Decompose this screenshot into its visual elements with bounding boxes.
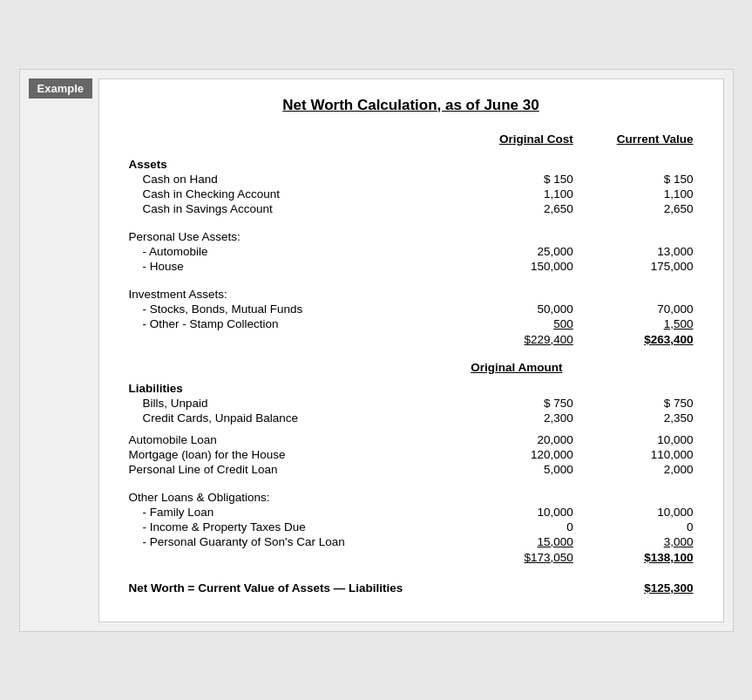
liability-orig: $ 750 — [457, 396, 577, 411]
net-worth-table: Original Cost Current Value Assets Cash … — [125, 132, 697, 595]
table-row: Mortgage (loan) for the House 120,000 11… — [125, 447, 697, 462]
liabilities-section-header: Original Amount — [125, 360, 697, 375]
table-row: Bills, Unpaid $ 750 $ 750 — [125, 396, 697, 411]
liability-orig: 5,000 — [457, 462, 577, 477]
liabilities-total-row: $173,050 $138,100 — [125, 549, 697, 571]
table-row: Cash in Savings Account 2,650 2,650 — [125, 201, 697, 216]
page-container: Example Net Worth Calculation, as of Jun… — [19, 69, 734, 632]
asset-curr: $ 150 — [577, 172, 697, 187]
liability-curr: 0 — [577, 520, 697, 534]
liabilities-label: Liabilities — [125, 375, 457, 396]
spacer — [125, 353, 697, 360]
asset-name: Cash in Savings Account — [125, 201, 457, 216]
asset-name: - Stocks, Bonds, Mutual Funds — [125, 302, 457, 316]
liability-orig: 0 — [457, 520, 577, 534]
column-header-row: Original Cost Current Value — [125, 132, 697, 151]
net-worth-label: Net Worth = Current Value of Assets — Li… — [125, 571, 457, 595]
original-cost-header: Original Cost — [457, 132, 577, 151]
assets-total-curr: $263,400 — [577, 331, 697, 353]
spacer — [125, 274, 697, 281]
asset-curr: 13,000 — [577, 244, 697, 259]
liability-name: Mortgage (loan) for the House — [125, 447, 457, 462]
liability-name: Bills, Unpaid — [125, 396, 457, 411]
table-row: - Personal Guaranty of Son's Car Loan 15… — [125, 534, 697, 549]
liability-name: - Income & Property Taxes Due — [125, 520, 457, 534]
content-area: Net Worth Calculation, as of June 30 Ori… — [98, 78, 724, 622]
table-row: - Income & Property Taxes Due 0 0 — [125, 520, 697, 534]
asset-name: - Other - Stamp Collection — [125, 316, 457, 331]
net-worth-row: Net Worth = Current Value of Assets — Li… — [125, 571, 697, 595]
spacer — [125, 216, 697, 223]
table-row: Automobile Loan 20,000 10,000 — [125, 432, 697, 447]
liability-curr: $ 750 — [577, 396, 697, 411]
table-row: Cash in Checking Account 1,100 1,100 — [125, 187, 697, 201]
liability-name: Automobile Loan — [125, 432, 457, 447]
asset-orig: 25,000 — [457, 244, 577, 259]
liability-curr: 2,350 — [577, 411, 697, 425]
asset-curr: 175,000 — [577, 259, 697, 274]
assets-header-row: Assets — [125, 151, 697, 172]
net-worth-value: $125,300 — [577, 571, 697, 595]
asset-orig: 150,000 — [457, 259, 577, 274]
asset-curr: 1,100 — [577, 187, 697, 201]
current-value-header: Current Value — [577, 132, 697, 151]
asset-orig: 2,650 — [457, 201, 577, 216]
spacer — [125, 425, 697, 432]
table-row: Credit Cards, Unpaid Balance 2,300 2,350 — [125, 411, 697, 425]
liability-curr: 3,000 — [577, 534, 697, 549]
table-row: - Automobile 25,000 13,000 — [125, 244, 697, 259]
asset-name: Cash on Hand — [125, 172, 457, 187]
assets-label: Assets — [125, 151, 457, 172]
table-row: Personal Use Assets: — [125, 223, 697, 244]
original-amount-header: Original Amount — [457, 360, 577, 375]
table-row: Personal Line of Credit Loan 5,000 2,000 — [125, 462, 697, 477]
liability-name: Personal Line of Credit Loan — [125, 462, 457, 477]
liabilities-total-curr: $138,100 — [577, 549, 697, 571]
table-row: - Stocks, Bonds, Mutual Funds 50,000 70,… — [125, 302, 697, 316]
liabilities-label-row: Liabilities — [125, 375, 697, 396]
label-col-header — [125, 132, 457, 151]
spacer — [125, 477, 697, 484]
liabilities-total-orig: $173,050 — [457, 549, 577, 571]
liability-orig: 20,000 — [457, 432, 577, 447]
investment-label: Investment Assets: — [125, 281, 457, 302]
other-loans-label: Other Loans & Obligations: — [125, 484, 457, 505]
liability-orig: 15,000 — [457, 534, 577, 549]
table-row: - Family Loan 10,000 10,000 — [125, 505, 697, 520]
asset-orig: 50,000 — [457, 302, 577, 316]
asset-name: - House — [125, 259, 457, 274]
asset-orig: 500 — [457, 316, 577, 331]
table-row: - House 150,000 175,000 — [125, 259, 697, 274]
liability-orig: 120,000 — [457, 447, 577, 462]
asset-curr: 1,500 — [577, 316, 697, 331]
liability-name: Credit Cards, Unpaid Balance — [125, 411, 457, 425]
asset-name: Cash in Checking Account — [125, 187, 457, 201]
table-row: Investment Assets: — [125, 281, 697, 302]
liability-orig: 10,000 — [457, 505, 577, 520]
asset-orig: $ 150 — [457, 172, 577, 187]
asset-curr: 2,650 — [577, 201, 697, 216]
assets-total-row: $229,400 $263,400 — [125, 331, 697, 353]
liability-curr: 2,000 — [577, 462, 697, 477]
asset-name: - Automobile — [125, 244, 457, 259]
liability-curr: 10,000 — [577, 505, 697, 520]
liability-name: - Personal Guaranty of Son's Car Loan — [125, 534, 457, 549]
table-row: Cash on Hand $ 150 $ 150 — [125, 172, 697, 187]
table-row: - Other - Stamp Collection 500 1,500 — [125, 316, 697, 331]
table-row: Other Loans & Obligations: — [125, 484, 697, 505]
liability-orig: 2,300 — [457, 411, 577, 425]
liability-name: - Family Loan — [125, 505, 457, 520]
personal-use-label: Personal Use Assets: — [125, 223, 457, 244]
assets-total-orig: $229,400 — [457, 331, 577, 353]
example-badge: Example — [29, 78, 92, 99]
page-title: Net Worth Calculation, as of June 30 — [125, 97, 697, 114]
asset-curr: 70,000 — [577, 302, 697, 316]
liability-curr: 10,000 — [577, 432, 697, 447]
asset-orig: 1,100 — [457, 187, 577, 201]
liability-curr: 110,000 — [577, 447, 697, 462]
